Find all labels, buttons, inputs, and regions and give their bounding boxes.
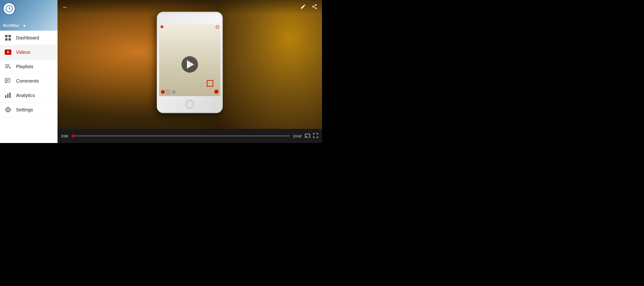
video-frame[interactable]: ←	[58, 0, 322, 129]
settings-label: Settings	[16, 107, 33, 113]
svg-rect-6	[5, 38, 8, 41]
comments-label: Comments	[16, 78, 39, 84]
time-current: 0:00	[61, 134, 70, 138]
svg-rect-4	[5, 35, 8, 37]
sidebar: 9to5Mac ▼ Dashboard	[0, 0, 58, 143]
svg-rect-18	[7, 94, 8, 98]
videos-label: Videos	[16, 50, 30, 55]
top-left-controls: ←	[62, 4, 68, 10]
comments-icon	[5, 78, 11, 84]
channel-logo	[3, 2, 16, 15]
channel-name-label: 9to5Mac	[3, 23, 20, 28]
svg-point-3	[9, 8, 10, 9]
channel-header[interactable]: 9to5Mac ▼	[0, 0, 58, 31]
nav-list: Dashboard Videos Playlists	[0, 31, 58, 143]
video-controls-bar: 0:00 13:42	[58, 129, 322, 143]
sidebar-item-playlists[interactable]: Playlists	[0, 60, 58, 74]
video-background-right	[216, 0, 322, 129]
sidebar-item-settings[interactable]: Settings	[0, 103, 58, 117]
channel-name-row[interactable]: 9to5Mac ▼	[3, 23, 55, 28]
play-triangle-icon	[187, 60, 194, 69]
share-button[interactable]	[312, 4, 317, 10]
progress-bar[interactable]	[73, 135, 290, 136]
video-area: ← 0:00 13:42	[58, 0, 322, 143]
video-top-controls: ←	[58, 0, 322, 14]
analytics-icon	[5, 92, 11, 99]
play-button[interactable]	[182, 56, 198, 73]
channel-dropdown-arrow[interactable]: ▼	[23, 24, 26, 28]
dashboard-icon	[5, 35, 11, 41]
svg-rect-14	[5, 78, 10, 82]
cast-button[interactable]	[304, 133, 310, 139]
sidebar-item-dashboard[interactable]: Dashboard	[0, 31, 58, 45]
svg-rect-19	[10, 93, 10, 98]
svg-marker-13	[10, 67, 11, 69]
sidebar-item-analytics[interactable]: Analytics	[0, 88, 58, 103]
svg-rect-7	[8, 38, 11, 41]
time-total: 13:42	[293, 134, 302, 138]
dashboard-label: Dashboard	[16, 35, 39, 41]
svg-rect-17	[5, 95, 6, 98]
sidebar-item-videos[interactable]: Videos	[0, 45, 58, 60]
playlists-label: Playlists	[16, 64, 33, 69]
sidebar-item-comments[interactable]: Comments	[0, 74, 58, 88]
analytics-label: Analytics	[16, 93, 35, 98]
settings-icon	[5, 106, 11, 113]
top-right-controls	[300, 4, 317, 10]
videos-icon	[5, 49, 11, 56]
progress-dot	[72, 134, 75, 138]
svg-point-20	[7, 109, 9, 111]
svg-rect-5	[8, 35, 11, 37]
playlists-icon	[5, 63, 11, 70]
edit-button[interactable]	[300, 4, 306, 10]
phone-home-button	[186, 100, 194, 108]
back-button[interactable]: ←	[62, 4, 68, 10]
fullscreen-button[interactable]	[313, 133, 318, 139]
